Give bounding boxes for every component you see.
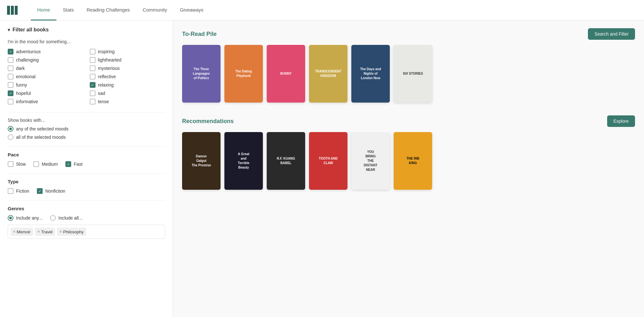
pace-item-slow[interactable]: Slow (8, 161, 26, 167)
mood-item-informative[interactable]: informative (8, 99, 83, 104)
book-card[interactable]: TRANSCENDENT KINGDOM (309, 45, 347, 103)
type-item-fiction[interactable]: Fiction (8, 188, 29, 194)
book-card[interactable]: R.F. KUANG BABEL (267, 132, 305, 190)
mood-match-all[interactable]: all of the selected moods (8, 134, 165, 140)
pace-item-medium[interactable]: Medium (33, 161, 58, 167)
book-cover: Damon Galgut The Promise (182, 132, 221, 190)
pace-checkbox-medium[interactable] (33, 161, 39, 167)
explore-button[interactable]: Explore (607, 115, 635, 127)
type-label-fiction: Fiction (16, 188, 29, 194)
svg-rect-0 (7, 6, 10, 15)
content-area: To-Read Pile Search and Filter The Three… (173, 21, 644, 317)
book-card[interactable]: YOU BRING THE DISTANT NEAR (351, 132, 390, 190)
filter-header[interactable]: ▾ Filter all books (8, 27, 165, 33)
chevron-down-icon: ▾ (8, 27, 10, 32)
type-checkbox-fiction[interactable] (8, 188, 13, 194)
mood-checkbox-challenging[interactable] (8, 57, 13, 63)
type-checkbox-nonfiction[interactable] (37, 188, 43, 194)
mood-item-challenging[interactable]: challenging (8, 57, 83, 63)
main-layout: ▾ Filter all books I'm in the mood for s… (0, 21, 644, 317)
genre-tag-memoir[interactable]: ×Memoir (11, 228, 33, 236)
type-item-nonfiction[interactable]: Nonfiction (37, 188, 65, 194)
mood-checkbox-informative[interactable] (8, 99, 13, 104)
mood-item-emotional[interactable]: emotional (8, 74, 83, 79)
pace-item-fast[interactable]: Fast (65, 161, 82, 167)
logo[interactable] (6, 4, 18, 16)
top-nav: HomeStatsReading ChallengesCommunityGive… (0, 0, 644, 21)
book-card[interactable]: Damon Galgut The Promise (182, 132, 221, 190)
mood-checkbox-adventurous[interactable] (8, 49, 13, 54)
mood-label-reflective: reflective (98, 74, 116, 79)
genres-include-any[interactable]: Include any... (8, 215, 42, 221)
mood-checkbox-relaxing[interactable] (90, 82, 96, 88)
book-card[interactable]: SIX STORIES (394, 45, 432, 103)
nav-link-giveaways[interactable]: Giveaways (173, 0, 210, 21)
genres-tags[interactable]: ×Memoir×Travel×Philosophy (8, 225, 165, 239)
book-card[interactable]: The Three Languages of Politics (182, 45, 221, 103)
radio-all[interactable] (8, 134, 13, 140)
mood-section-label: I'm in the mood for something... (8, 39, 165, 44)
mood-item-lighthearted[interactable]: lighthearted (90, 57, 165, 63)
nav-link-home[interactable]: Home (31, 0, 56, 21)
book-card[interactable]: A Great and Terrible Beauty (224, 132, 263, 190)
genre-tag-travel[interactable]: ×Travel (35, 228, 55, 236)
mood-item-inspiring[interactable]: inspiring (90, 49, 165, 54)
mood-checkbox-emotional[interactable] (8, 74, 13, 79)
remove-genre-icon[interactable]: × (13, 229, 15, 234)
mood-checkbox-inspiring[interactable] (90, 49, 96, 54)
book-card[interactable]: The Dating Playbook (224, 45, 263, 103)
book-card[interactable]: BUNNY (267, 45, 305, 103)
book-card[interactable]: THE RIB KING (394, 132, 432, 190)
nav-link-stats[interactable]: Stats (56, 0, 80, 21)
genres-label: Genres (8, 206, 165, 211)
mood-checkbox-funny[interactable] (8, 82, 13, 88)
genres-radio-include-any[interactable] (8, 215, 13, 221)
mood-item-adventurous[interactable]: adventurous (8, 49, 83, 54)
search-filter-button[interactable]: Search and Filter (588, 28, 635, 40)
recommendations-section: Recommendations Explore Damon Galgut The… (182, 115, 635, 192)
book-cover: R.F. KUANG BABEL (267, 132, 305, 190)
mood-label-sad: sad (98, 91, 105, 96)
book-cover: The Dating Playbook (224, 45, 263, 103)
mood-checkbox-sad[interactable] (90, 90, 96, 96)
mood-item-funny[interactable]: funny (8, 82, 83, 88)
to-read-title: To-Read Pile (182, 31, 217, 38)
mood-checkbox-reflective[interactable] (90, 74, 96, 79)
mood-checkbox-mysterious[interactable] (90, 65, 96, 71)
pace-checkbox-fast[interactable] (65, 161, 71, 167)
mood-checkbox-lighthearted[interactable] (90, 57, 96, 63)
mood-item-reflective[interactable]: reflective (90, 74, 165, 79)
to-read-book-row: The Three Languages of PoliticsThe Datin… (182, 45, 635, 105)
to-read-section: To-Read Pile Search and Filter The Three… (182, 28, 635, 105)
nav-link-community[interactable]: Community (136, 0, 173, 21)
mood-label-relaxing: relaxing (98, 82, 114, 88)
mood-item-hopeful[interactable]: hopeful (8, 90, 83, 96)
sidebar: ▾ Filter all books I'm in the mood for s… (0, 21, 173, 317)
genres-radio-include-all[interactable] (50, 215, 56, 221)
mood-checkbox-dark[interactable] (8, 65, 13, 71)
mood-item-dark[interactable]: dark (8, 65, 83, 71)
nav-link-reading-challenges[interactable]: Reading Challenges (80, 0, 136, 21)
genre-tag-philosophy[interactable]: ×Philosophy (57, 228, 86, 236)
mood-checkbox-tense[interactable] (90, 99, 96, 104)
book-card[interactable]: TOOTH AND CLAW (309, 132, 347, 190)
show-books-label: Show books with... (8, 118, 165, 123)
pace-checkbox-slow[interactable] (8, 161, 13, 167)
mood-label-inspiring: inspiring (98, 49, 115, 54)
book-card[interactable]: The Days and Nights of London Now (351, 45, 390, 103)
radio-label-any: any of the selected moods (16, 126, 68, 131)
mood-item-sad[interactable]: sad (90, 90, 165, 96)
mood-match-any[interactable]: any of the selected moods (8, 126, 165, 132)
mood-item-tense[interactable]: tense (90, 99, 165, 104)
remove-genre-icon[interactable]: × (60, 229, 62, 234)
svg-rect-1 (11, 6, 14, 15)
mood-item-mysterious[interactable]: mysterious (90, 65, 165, 71)
radio-any[interactable] (8, 126, 13, 132)
mood-checkbox-hopeful[interactable] (8, 90, 13, 96)
mood-label-tense: tense (98, 99, 109, 104)
mood-label-adventurous: adventurous (16, 49, 41, 54)
pace-label: Pace (8, 152, 165, 157)
genres-include-all[interactable]: Include all... (50, 215, 82, 221)
remove-genre-icon[interactable]: × (38, 229, 40, 234)
mood-item-relaxing[interactable]: relaxing (90, 82, 165, 88)
